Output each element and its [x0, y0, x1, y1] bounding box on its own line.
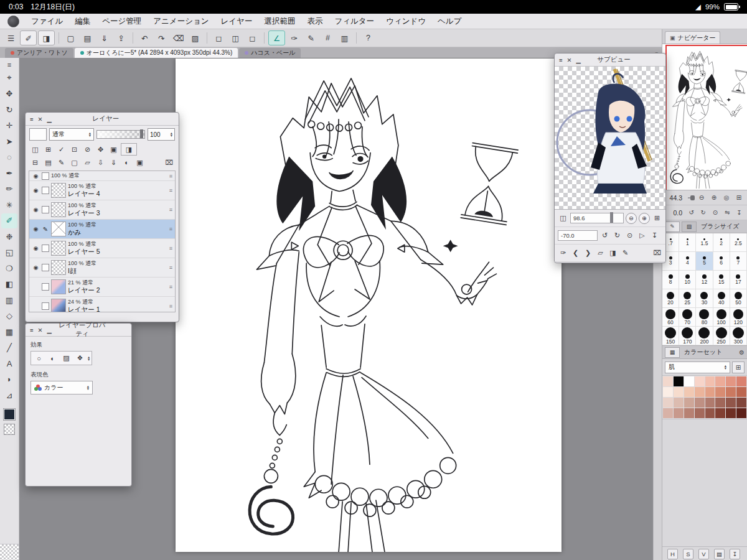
brush-size-option[interactable]: 80 [696, 308, 713, 327]
brush-size-option[interactable]: 15 [713, 271, 730, 289]
brush-size-option[interactable]: 50 [730, 289, 747, 308]
minimize-icon[interactable]: ▁ [47, 327, 52, 334]
color-swatch[interactable] [736, 398, 746, 408]
flip-vertical-button[interactable]: ↧ [734, 208, 745, 218]
text-tool[interactable]: A [1, 356, 17, 371]
foreground-color-chip[interactable] [4, 409, 15, 420]
lock-transparent-button[interactable]: ⊘ [82, 144, 93, 155]
image-stack-icon[interactable]: ◫ [558, 214, 568, 222]
brush-size-option[interactable]: 4 [679, 252, 696, 271]
color-swatch[interactable] [715, 387, 725, 397]
color-swatch[interactable] [663, 387, 673, 397]
brush-size-option[interactable]: 20 [662, 289, 679, 308]
help-button[interactable]: ? [360, 31, 376, 45]
color-swatch[interactable] [695, 398, 705, 408]
menu-view[interactable]: 表示 [307, 16, 322, 27]
navigator-preview[interactable] [662, 44, 747, 190]
drag-handle-icon[interactable]: ≡ [169, 187, 172, 194]
layer-list-mode-button[interactable]: ⊟ [29, 157, 41, 168]
brush-size-option[interactable]: 40 [713, 289, 730, 308]
menu-layer[interactable]: レイヤー [221, 16, 253, 27]
blend-mode-select[interactable]: 通常 ▴▾ [49, 128, 94, 141]
fit-window-button[interactable]: ⊞ [652, 214, 662, 222]
quick-pen-button[interactable]: ✑ [286, 31, 302, 45]
color-swatch[interactable] [695, 408, 705, 418]
blend-thumbnail[interactable] [29, 128, 47, 141]
eyedropper-button[interactable]: ✑ [558, 249, 568, 257]
transfer-layer-button[interactable]: ⇩ [95, 157, 106, 168]
brush-size-option[interactable]: 8 [662, 271, 679, 289]
menu-filter[interactable]: フィルター [334, 16, 374, 27]
line-correct-tool[interactable]: ╱ [1, 340, 17, 356]
saturation-button[interactable]: S [683, 549, 693, 559]
layer-checkbox[interactable] [42, 302, 49, 310]
color-swatch[interactable] [726, 408, 736, 418]
layer-row[interactable]: ◉ 100 % 通常 I顔 ≡ [29, 258, 175, 278]
tab-document-3[interactable]: ハコス・ベール [239, 48, 301, 58]
brush-size-option[interactable]: 1 [679, 233, 696, 252]
add-swatch-button[interactable]: ⊞ [732, 362, 745, 373]
open-file-button[interactable]: ▤ [80, 31, 95, 45]
brush-size-option[interactable]: 10 [679, 271, 696, 289]
zoom-fit-button[interactable]: ◎ [721, 193, 732, 203]
layer-row[interactable]: ◉ 100 % 通常 レイヤー 4 ≡ [29, 181, 175, 200]
brush-tool[interactable]: ✐ [1, 213, 17, 229]
brush-size-option[interactable]: 150 [662, 327, 679, 345]
visibility-eye-icon[interactable]: ◉ [32, 173, 40, 179]
menu-file[interactable]: ファイル [31, 16, 63, 27]
halftone-effect-button[interactable]: ▨ [60, 353, 72, 363]
rotate-right-button[interactable]: ↻ [612, 231, 622, 240]
layer-checkbox[interactable] [42, 245, 49, 252]
redo-button[interactable]: ↷ [154, 31, 169, 45]
brush-size-option-selected[interactable]: 5 [696, 252, 713, 271]
subview-angle-value[interactable]: -70.0 [558, 230, 598, 241]
layer-checkbox[interactable] [42, 264, 49, 271]
border-effect-button[interactable]: ○ [33, 353, 45, 363]
figure-tool[interactable]: ◇ [1, 309, 17, 324]
tone-effect-button[interactable]: ◐ [47, 353, 59, 363]
color-swatch[interactable] [674, 376, 684, 386]
edit-button[interactable]: ✎ [620, 249, 631, 257]
brush-size-option[interactable]: 7 [730, 252, 747, 271]
visibility-eye-icon[interactable]: ◉ [32, 187, 40, 194]
selection-tool[interactable]: ◌ [1, 150, 17, 166]
layer-row[interactable]: ◉ 100 % 通常 レイヤー 5 ≡ [29, 239, 175, 258]
color-swatch[interactable] [715, 408, 725, 418]
balloon-tool[interactable]: ◗ [1, 372, 17, 388]
color-swatch[interactable] [736, 376, 746, 386]
brush-size-tab[interactable]: ✎ [665, 222, 680, 232]
brush-size-option[interactable]: 70 [679, 308, 696, 327]
layer-property-window[interactable]: ≡ ✕ ▁ レイヤープロパティ 効果 ○ ◐ ▨ ❖ ▴▾ 表現色 カラー ▴▾ [25, 323, 132, 487]
subview-window[interactable]: ≡ ✕ ▁ サブビュー ◫ 98.6 ⊖ ⊕ ⊞ -70.0 [554, 53, 666, 263]
menu-help[interactable]: ヘルプ [438, 16, 461, 27]
tab-navigator[interactable]: ▣ ナビゲーター [665, 31, 720, 44]
close-icon[interactable]: ✕ [38, 116, 43, 123]
next-button[interactable]: ❯ [583, 249, 593, 257]
menu-edit[interactable]: 編集 [75, 16, 90, 27]
zoom-tool[interactable]: ⌖ [1, 70, 17, 86]
clear-button[interactable]: ⌫ [171, 31, 186, 45]
clip-mask-button[interactable]: ◫ [29, 144, 41, 155]
color-swatch[interactable] [695, 387, 705, 397]
brush-shape-tab[interactable]: ▨ [682, 222, 697, 232]
subview-titlebar[interactable]: ≡ ✕ ▁ サブビュー [555, 54, 665, 67]
brush-size-option[interactable]: 120 [730, 308, 747, 327]
apply-mask-button[interactable]: ▣ [134, 157, 146, 168]
visibility-eye-icon[interactable]: ◉ [32, 207, 40, 213]
menu-window[interactable]: ウィンドウ [386, 16, 426, 27]
color-swatch[interactable] [726, 398, 736, 408]
menu-selection[interactable]: 選択範囲 [264, 16, 295, 27]
open-folder-button[interactable]: ▱ [595, 249, 606, 257]
color-swatch[interactable] [674, 387, 684, 397]
export-button[interactable]: ⇪ [113, 31, 129, 45]
color-swatch[interactable] [663, 408, 673, 418]
page-button[interactable]: ▤ [714, 549, 725, 559]
brush-size-option[interactable]: 100 [713, 308, 730, 327]
color-swatch[interactable] [684, 408, 694, 418]
close-icon[interactable]: ✕ [567, 57, 572, 63]
window-menu-icon[interactable]: ≡ [30, 116, 34, 123]
layer-menu-button[interactable]: ▤ [42, 157, 54, 168]
ruler-tool[interactable]: ⊿ [1, 388, 17, 403]
brush-size-option[interactable]: 250 [713, 327, 730, 345]
rotate-reset-button[interactable]: ⊙ [624, 231, 635, 240]
